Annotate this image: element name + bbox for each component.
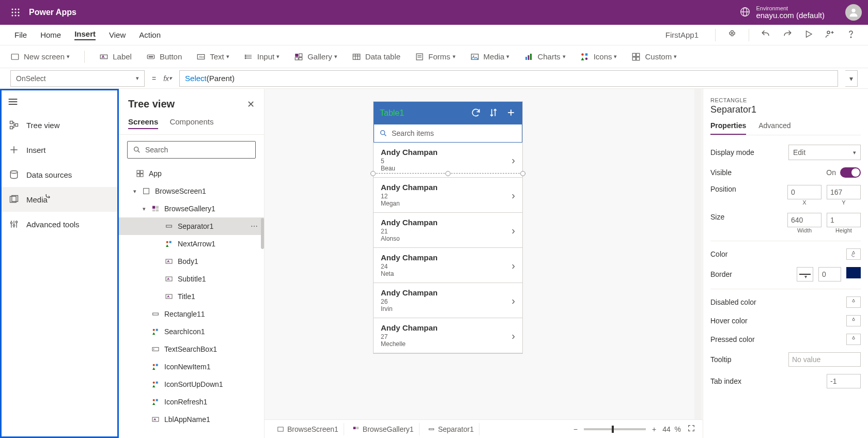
prop-pos-y[interactable]: 167 (827, 185, 861, 199)
chevron-right-icon[interactable]: › (512, 259, 515, 271)
tree-item[interactable]: Rectangle11 (119, 305, 264, 323)
prop-height[interactable]: 1 (827, 213, 861, 227)
leftbar-media[interactable]: Media ⤷ (2, 187, 117, 212)
tree-scrollbar[interactable] (261, 218, 264, 249)
ribbon-charts[interactable]: Charts▾ (524, 52, 565, 61)
close-icon[interactable]: ✕ (247, 99, 255, 110)
prop-tab-index[interactable]: -1 (827, 374, 861, 388)
zoom-out-icon[interactable]: − (574, 425, 578, 433)
phone-search-input[interactable]: Search items (374, 124, 522, 143)
gallery-item[interactable]: Andy Champan21Alonso› (374, 213, 522, 248)
menu-action[interactable]: Action (139, 30, 161, 39)
redo-icon[interactable] (782, 29, 793, 41)
help-icon[interactable] (846, 29, 856, 41)
tree-item[interactable]: Body1 (119, 253, 264, 270)
tree-item[interactable]: LblAppName1 (119, 411, 264, 428)
chevron-right-icon[interactable]: › (512, 224, 515, 236)
zoom-in-icon[interactable]: + (652, 425, 656, 433)
tree-item[interactable]: Subtitle1 (119, 270, 264, 288)
prop-pos-x[interactable]: 0 (787, 185, 822, 199)
share-icon[interactable] (825, 29, 835, 41)
leftbar-insert[interactable]: Insert (2, 137, 117, 162)
prop-border-style[interactable]: ▾ (797, 267, 813, 281)
ribbon-custom[interactable]: Custom▾ (631, 52, 677, 61)
gallery-item[interactable]: Andy Champan5Beau› (374, 143, 522, 178)
avatar[interactable] (845, 4, 862, 21)
leftbar-data-sources[interactable]: Data sources (2, 162, 117, 187)
chevron-right-icon[interactable]: › (512, 154, 515, 166)
tree-item[interactable]: Separator1⋯ (119, 217, 264, 235)
breadcrumb-item[interactable]: BrowseScreen1 (272, 423, 344, 435)
prop-visible-toggle[interactable] (840, 167, 861, 178)
prop-hover-color-swatch[interactable] (846, 315, 861, 326)
prop-pressed-color-swatch[interactable] (846, 334, 861, 345)
ribbon-gallery[interactable]: Gallery▾ (294, 52, 337, 61)
app-checker-icon[interactable] (727, 29, 737, 41)
tab-screens[interactable]: Screens (128, 117, 158, 129)
sort-icon[interactable] (488, 107, 499, 119)
gallery-item[interactable]: Andy Champan12Megan› (374, 178, 522, 213)
prop-tab-properties[interactable]: Properties (710, 121, 746, 135)
menu-view[interactable]: View (109, 30, 126, 39)
tree-item[interactable]: IconRefresh1 (119, 393, 264, 411)
prop-display-mode-select[interactable]: Edit▾ (788, 145, 861, 160)
prop-disabled-color-swatch[interactable] (846, 296, 861, 308)
chevron-right-icon[interactable]: › (512, 330, 515, 341)
ribbon-button[interactable]: Button (146, 52, 182, 61)
ribbon-text[interactable]: Abc Text▾ (196, 52, 229, 61)
more-icon[interactable]: ⋯ (251, 222, 259, 230)
app-launcher-icon[interactable] (6, 3, 25, 22)
menu-file[interactable]: File (14, 30, 27, 39)
refresh-icon[interactable] (471, 107, 481, 119)
breadcrumb-item[interactable]: Separator1 (423, 423, 479, 435)
prop-tooltip-input[interactable]: No value (788, 352, 861, 367)
tree-item[interactable]: SearchIcon1 (119, 323, 264, 340)
property-selector[interactable]: OnSelect ▾ (10, 70, 145, 87)
tree-item[interactable]: App (119, 165, 264, 182)
undo-icon[interactable] (761, 29, 771, 41)
tree-item[interactable]: NextArrow1 (119, 235, 264, 253)
gallery-item[interactable]: Andy Champan27Mechelle› (374, 318, 522, 353)
gallery-item[interactable]: Andy Champan24Neta› (374, 248, 522, 283)
ribbon-input[interactable]: Input▾ (244, 52, 280, 61)
prop-border-width[interactable]: 0 (818, 267, 841, 281)
tree-item[interactable]: Title1 (119, 288, 264, 305)
breadcrumb-item[interactable]: BrowseGallery1 (347, 423, 420, 435)
zoom-slider[interactable] (584, 428, 646, 430)
environment-icon[interactable] (739, 6, 751, 19)
tab-components[interactable]: Components (169, 117, 213, 129)
play-icon[interactable] (804, 29, 813, 40)
gallery-item[interactable]: Andy Champan26Irvin› (374, 283, 522, 318)
tree-item[interactable]: ▾BrowseGallery1 (119, 200, 264, 217)
svg-rect-95 (156, 382, 158, 384)
prop-border-color[interactable] (846, 267, 861, 278)
ribbon-icons[interactable]: Icons▾ (580, 52, 617, 61)
tree-search-input[interactable]: Search (127, 141, 256, 159)
app-name[interactable]: FirstApp1 (665, 30, 699, 39)
formula-input[interactable]: Select(Parent) (179, 70, 838, 87)
chevron-right-icon[interactable]: › (512, 189, 515, 201)
ribbon-media[interactable]: Media▾ (470, 52, 510, 61)
chevron-right-icon[interactable]: › (512, 294, 515, 306)
tree-item[interactable]: ▾BrowseScreen1 (119, 182, 264, 200)
hamburger-icon[interactable] (2, 96, 117, 113)
tree-item[interactable]: IconNewItem1 (119, 358, 264, 376)
leftbar-tree-view[interactable]: Tree view (2, 113, 117, 137)
prop-color-swatch[interactable] (846, 248, 861, 260)
prop-tab-advanced[interactable]: Advanced (758, 121, 791, 135)
leftbar-advanced-tools[interactable]: Advanced tools (2, 212, 117, 237)
ribbon-data-table[interactable]: Data table (352, 52, 400, 61)
fit-to-screen-icon[interactable] (687, 424, 695, 434)
ribbon-label[interactable]: Label (99, 52, 132, 61)
canvas-scrollbar[interactable] (694, 89, 702, 423)
menu-insert[interactable]: Insert (74, 29, 96, 40)
ribbon-forms[interactable]: Forms▾ (415, 52, 456, 61)
menu-home[interactable]: Home (40, 30, 61, 39)
tree-item[interactable]: TextSearchBox1 (119, 340, 264, 358)
tree-item[interactable]: IconSortUpDown1 (119, 376, 264, 393)
fx-icon[interactable]: fx▾ (163, 74, 172, 83)
add-icon[interactable] (506, 107, 516, 119)
prop-width[interactable]: 640 (787, 213, 822, 227)
ribbon-new-screen[interactable]: New screen▾ (10, 52, 70, 61)
expand-formula-icon[interactable]: ▾ (845, 70, 858, 87)
